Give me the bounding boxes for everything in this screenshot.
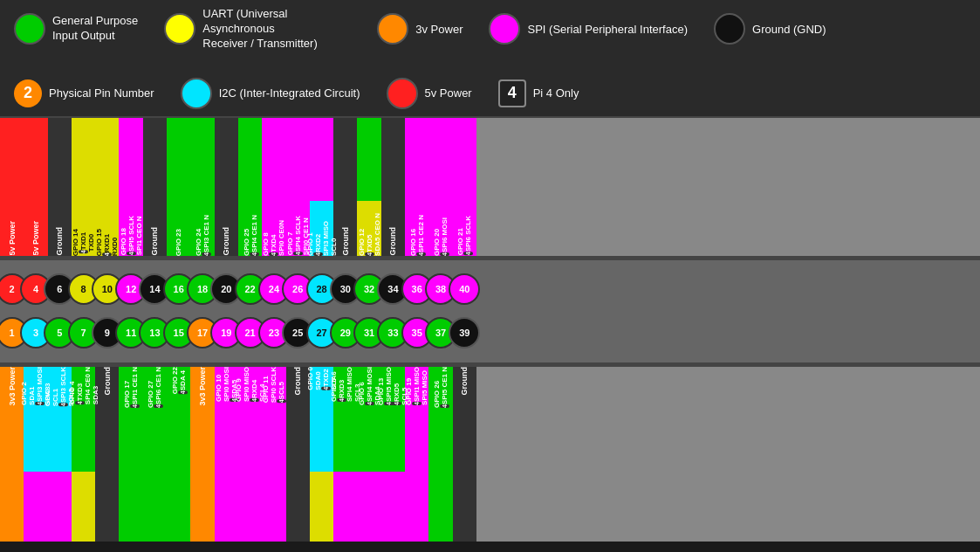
pin28-top-bar: GPIO 14RXD2SPI3 MISOSCL0	[310, 118, 333, 256]
col14: 28 27	[310, 260, 333, 362]
col9: 18 17	[190, 260, 214, 362]
pin6-top-label: Ground	[55, 224, 64, 256]
pin30-top-label: Ground	[341, 224, 350, 256]
pin29-bottom-bar: GPIO 54RXD3SPI4 MISOSCL3	[333, 367, 357, 542]
pin20-top-label: Ground	[222, 224, 230, 256]
physical-label: Physical Pin Number	[49, 86, 154, 100]
top-labels: 5v Power 5v Power Ground GPIO 14 4TXD1 T…	[0, 118, 980, 256]
pin33-bottom-bar: GPIO 134SPI5 MISO4RXD5SCL5	[381, 367, 405, 542]
pin18-top-label: GPIO 244SPI3 CE1 N	[195, 211, 210, 256]
legend-gnd: Ground (GND)	[714, 13, 826, 45]
legend-3v: 3v Power	[377, 13, 463, 45]
legend-spi: SPI (Serial Peripheral Interface)	[489, 13, 688, 45]
pin2-top-bar: 5v Power	[0, 118, 24, 256]
5v-label: 5v Power	[425, 86, 472, 100]
pin18-top-bar: GPIO 244SPI3 CE1 N	[190, 118, 214, 256]
col7: 14 13	[143, 260, 167, 362]
pin39-bottom-bar: Ground	[453, 367, 476, 542]
spi-label: SPI (Serial Peripheral Interface)	[527, 23, 688, 36]
pin39-bottom-label: Ground	[460, 367, 469, 399]
pin32-top-bar: GPIO 124TXD5SDA5 CEO N	[357, 118, 380, 256]
pin25-bottom-label: Ground	[293, 367, 302, 399]
pin22-top-label: GPIO 254SPI4 CE1 N	[243, 211, 258, 256]
pin28-top-label: GPIO 14RXD2SPI3 MISOSCL0	[306, 219, 338, 256]
pin25-bottom-bar: Ground	[286, 367, 310, 542]
pin15-bottom-bar: GPIO 224SDA 4	[167, 367, 190, 542]
pin39-circle: 39	[449, 317, 480, 348]
pin37-bottom-bar: GPIO 264SPI5 CE1 N	[428, 367, 452, 542]
pin20-top-bar: Ground	[215, 118, 238, 256]
col11: 22 21	[238, 260, 262, 362]
col10: 20 19	[215, 260, 238, 362]
physical-icon: 2	[14, 79, 42, 107]
pin10-top-label: GPIO 154RXD1RXD0	[95, 227, 119, 256]
pin38-top-label: GPIO 204SPI6 MOSI	[433, 216, 449, 256]
pin40-top-label: GPIO 214SPI6 SCLK	[456, 214, 472, 255]
pin12-top-label: GPIO 184SPI5 SCLKSPI1 CEO N	[120, 214, 143, 255]
pin4-top-bar: 5v Power	[24, 118, 47, 256]
pin17-bottom-bar: 3v3 Power	[190, 367, 214, 542]
col16: 32 31	[357, 260, 380, 362]
pin37-bottom-label: GPIO 264SPI5 CE1 N	[433, 367, 449, 410]
col4: 8 7	[72, 260, 95, 362]
legend-physical: 2 Physical Pin Number	[14, 79, 154, 107]
pin8-top-bar: GPIO 14 4TXD1 TXD0	[72, 118, 95, 256]
3v-icon	[377, 13, 408, 45]
col3: 6 5	[48, 260, 72, 362]
pin4-top-label: 5v Power	[31, 217, 40, 256]
pin23-bottom-label: GPIO 11SPI0 SCLK4SCL5	[262, 367, 285, 404]
pi4-icon: 4	[498, 79, 526, 107]
pin10-top-bar: GPIO 154RXD1RXD0	[95, 118, 119, 256]
pin17-bottom-label: 3v3 Power	[198, 367, 207, 410]
pin15-bottom-label: GPIO 224SDA 4	[171, 367, 187, 396]
pin29-bottom-label: GPIO 54RXD3SPI4 MISOSCL3	[330, 367, 361, 404]
col6: 12 11	[119, 260, 142, 362]
pin35-bottom-bar: GPIO 194SPI1 MISOSPI5 MISO	[405, 367, 428, 542]
pin21-bottom-bar: GPIO 9SPI0 MISO4RXD4SCL4	[238, 367, 262, 542]
pin32-top-label: GPIO 124TXD5SDA5 CEO N	[358, 211, 381, 256]
pin8-top-label: GPIO 14 4TXD1 TXD0	[72, 227, 95, 256]
pin40-circle: 40	[449, 273, 480, 305]
pin38-top-bar: GPIO 204SPI6 MOSI	[428, 118, 452, 256]
legend-pi4: 4 Pi 4 Only	[498, 79, 579, 107]
pin2-top-label: 5v Power	[8, 217, 17, 256]
pin35-bottom-label: GPIO 194SPI1 MISOSPI5 MISO	[405, 367, 428, 407]
legend-5v: 5v Power	[387, 78, 472, 109]
pin14-top-label: Ground	[150, 224, 159, 256]
middle-section: 2 1 4 3 6 5 8 7 10 9 12 11 14 13	[0, 256, 980, 367]
pin13-bottom-label: GPIO 274SPI6 CE1 N	[147, 367, 162, 410]
pin16-top-label: GPIO 23	[175, 225, 182, 256]
pin24-top-label: GPIO 84TXD4SPI0 CE0N	[262, 218, 285, 256]
pin11-bottom-bar: GPIO 174SPI1 CE1 N	[119, 367, 142, 542]
pin24-top-bar: GPIO 84TXD4SPI0 CE0N	[262, 118, 285, 256]
col18: 36 35	[405, 260, 428, 362]
pi4-label: Pi 4 Only	[533, 86, 579, 100]
5v-icon	[387, 78, 418, 109]
col19: 38 37	[428, 260, 452, 362]
pin14-top-bar: Ground	[143, 118, 167, 256]
gpio-icon	[14, 13, 45, 45]
i2c-icon	[181, 78, 212, 109]
col5: 10 9	[95, 260, 119, 362]
gnd-label: Ground (GND)	[752, 23, 826, 36]
pin1-bottom-label: 3v3 Power	[8, 367, 17, 410]
pin22-top-bar: GPIO 254SPI4 CE1 N	[238, 118, 262, 256]
pin34-top-bar: Ground	[381, 118, 405, 256]
legend: General PurposeInput Output UART (Univer…	[0, 0, 980, 118]
pin40-top-bar: GPIO 214SPI6 SCLK	[453, 118, 476, 256]
uart-label: UART (Universal AsynchronousReceiver / T…	[202, 7, 351, 52]
col12: 24 23	[262, 260, 285, 362]
i2c-label: I2C (Inter-Integrated Circuit)	[219, 86, 360, 100]
pin23-bottom-bar: GPIO 11SPI0 SCLK4SCL5	[262, 367, 285, 542]
col15: 30 29	[333, 260, 357, 362]
pin11-bottom-label: GPIO 174SPI1 CE1 N	[123, 367, 139, 410]
legend-i2c: I2C (Inter-Integrated Circuit)	[181, 78, 360, 109]
col17: 34 33	[381, 260, 405, 362]
col1: 2 1	[0, 260, 24, 362]
uart-icon	[164, 13, 195, 45]
pin33-bottom-label: GPIO 134SPI5 MISO4RXD5SCL5	[377, 367, 408, 407]
pin34-top-label: Ground	[388, 224, 397, 256]
pin6-top-bar: Ground	[48, 118, 72, 256]
pin16-top-bar: GPIO 23	[167, 118, 190, 256]
spi-icon	[489, 13, 520, 45]
